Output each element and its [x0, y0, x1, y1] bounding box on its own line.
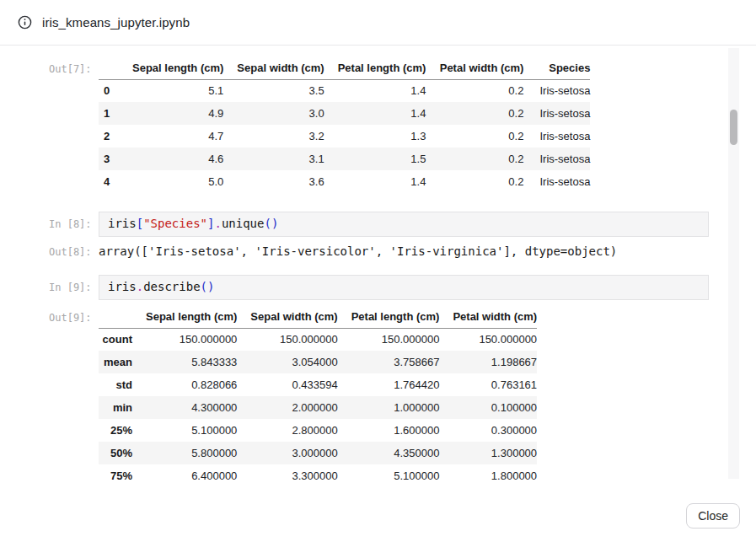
table-cell: 4.350000 — [338, 442, 440, 464]
row-index: 50% — [99, 442, 132, 464]
code-token: describe — [143, 280, 200, 293]
table-cell: 0.763161 — [439, 373, 537, 396]
row-index: std — [99, 373, 132, 396]
table-cell: 1.5 — [324, 148, 426, 170]
table-cell: 0.2 — [426, 148, 523, 170]
table-cell: 3.2 — [223, 125, 324, 148]
table-row: 50%5.8000003.0000004.3500001.300000 — [99, 442, 537, 464]
table-cell: Iris-setosa — [523, 125, 590, 148]
table-cell: 0.2 — [426, 170, 523, 193]
table-cell: 3.758667 — [338, 351, 440, 373]
table-cell: 150.000000 — [132, 328, 237, 351]
code-token: ) — [207, 280, 214, 293]
table-cell: 0.433594 — [237, 373, 337, 396]
table-cell: 150.000000 — [338, 328, 440, 351]
table-cell: 1.764420 — [338, 373, 440, 396]
row-index: 2 — [99, 125, 119, 148]
row-index: 75% — [99, 464, 132, 485]
table-row: 34.63.11.50.2Iris-setosa — [99, 148, 590, 170]
column-header: Sepal length (cm) — [132, 306, 237, 328]
cell-prompt-label: In [9]: — [49, 275, 99, 293]
code-token: ( — [201, 280, 207, 293]
table-cell: 4.300000 — [132, 396, 237, 419]
row-index: 4 — [99, 170, 119, 193]
column-header: Petal width (cm) — [426, 57, 523, 79]
dataframe-table: Sepal length (cm)Sepal width (cm)Petal l… — [99, 57, 590, 193]
table-cell: 0.828066 — [132, 373, 237, 396]
table-cell: 6.400000 — [132, 464, 237, 485]
table-cell: 3.300000 — [237, 464, 337, 485]
table-cell: 150.000000 — [439, 328, 537, 351]
table-cell: Iris-setosa — [523, 79, 590, 102]
table-cell: 5.800000 — [132, 442, 237, 464]
table-cell: 5.100000 — [132, 419, 237, 442]
table-cell: Iris-setosa — [523, 170, 590, 193]
table-cell: 0.2 — [426, 79, 523, 102]
table-cell: 3.0 — [223, 102, 324, 125]
table-row: 24.73.21.30.2Iris-setosa — [99, 125, 590, 148]
table-cell: 1.600000 — [338, 419, 440, 442]
table-cell: 5.0 — [119, 170, 223, 193]
info-icon — [18, 15, 32, 30]
code-cell: iris.describe() — [99, 275, 709, 300]
cell-prompt-label: Out[8]: — [49, 242, 99, 258]
table-cell: 1.3 — [324, 125, 426, 148]
table-header-row: Sepal length (cm)Sepal width (cm)Petal l… — [99, 306, 537, 328]
table-cell: 1.800000 — [439, 464, 537, 485]
column-header: Sepal length (cm) — [119, 57, 223, 79]
table-cell: 3.054000 — [237, 351, 337, 373]
column-header: Species — [523, 57, 590, 79]
row-index: min — [99, 396, 132, 419]
file-title: iris_kmeans_jupyter.ipynb — [42, 15, 190, 30]
row-index: 1 — [99, 102, 119, 125]
notebook-cell: In [9]:iris.describe() — [0, 275, 756, 300]
output-text: array(['Iris-setosa', 'Iris-versicolor',… — [99, 242, 617, 260]
dialog-header: iris_kmeans_jupyter.ipynb — [0, 0, 756, 46]
table-cell: 5.1 — [119, 79, 223, 102]
close-button[interactable]: Close — [686, 503, 740, 529]
cell-prompt-label: In [8]: — [49, 212, 99, 230]
table-cell: 4.7 — [119, 125, 223, 148]
notebook-cell: Out[7]:Sepal length (cm)Sepal width (cm)… — [0, 57, 756, 193]
column-header: Petal length (cm) — [324, 57, 426, 79]
table-cell: 3.6 — [223, 170, 324, 193]
notebook: Out[7]:Sepal length (cm)Sepal width (cm)… — [0, 57, 756, 485]
table-cell: 4.6 — [119, 148, 223, 170]
table-row: min4.3000002.0000001.0000000.100000 — [99, 396, 537, 419]
vertical-scrollbar-thumb[interactable] — [730, 110, 737, 145]
table-cell: Iris-setosa — [523, 102, 590, 125]
column-header — [99, 306, 132, 328]
table-cell: 1.300000 — [439, 442, 537, 464]
vertical-scrollbar-track[interactable] — [728, 48, 739, 479]
code-token: . — [137, 280, 143, 293]
table-cell: 4.9 — [119, 102, 223, 125]
dataframe-table: Sepal length (cm)Sepal width (cm)Petal l… — [99, 306, 537, 485]
column-header: Sepal width (cm) — [223, 57, 324, 79]
code-token: "Species" — [143, 217, 207, 230]
table-row: count150.000000150.000000150.000000150.0… — [99, 328, 537, 351]
row-index: count — [99, 328, 132, 351]
table-cell: 1.4 — [324, 79, 426, 102]
code-token: ) — [271, 217, 278, 230]
column-header: Sepal width (cm) — [237, 306, 337, 328]
table-cell: Iris-setosa — [523, 148, 590, 170]
row-index: 25% — [99, 419, 132, 442]
cell-prompt-label: Out[7]: — [49, 57, 99, 75]
table-cell: 0.2 — [426, 125, 523, 148]
column-header: Petal width (cm) — [439, 306, 537, 328]
row-index: 0 — [99, 79, 119, 102]
table-cell: 1.4 — [324, 102, 426, 125]
table-cell: 0.100000 — [439, 396, 537, 419]
table-cell: 3.5 — [223, 79, 324, 102]
notebook-preview: Out[7]:Sepal length (cm)Sepal width (cm)… — [0, 46, 756, 485]
column-header — [99, 57, 119, 79]
table-row: 25%5.1000002.8000001.6000000.300000 — [99, 419, 537, 442]
notebook-cell: Out[8]:array(['Iris-setosa', 'Iris-versi… — [0, 242, 756, 260]
code-token: [ — [137, 217, 143, 230]
code-token: iris — [108, 217, 137, 230]
table-row: std0.8280660.4335941.7644200.763161 — [99, 373, 537, 396]
table-row: mean5.8433333.0540003.7586671.198667 — [99, 351, 537, 373]
table-cell: 1.000000 — [338, 396, 440, 419]
code-cell: iris["Species"].unique() — [99, 212, 709, 237]
table-cell: 2.000000 — [237, 396, 337, 419]
